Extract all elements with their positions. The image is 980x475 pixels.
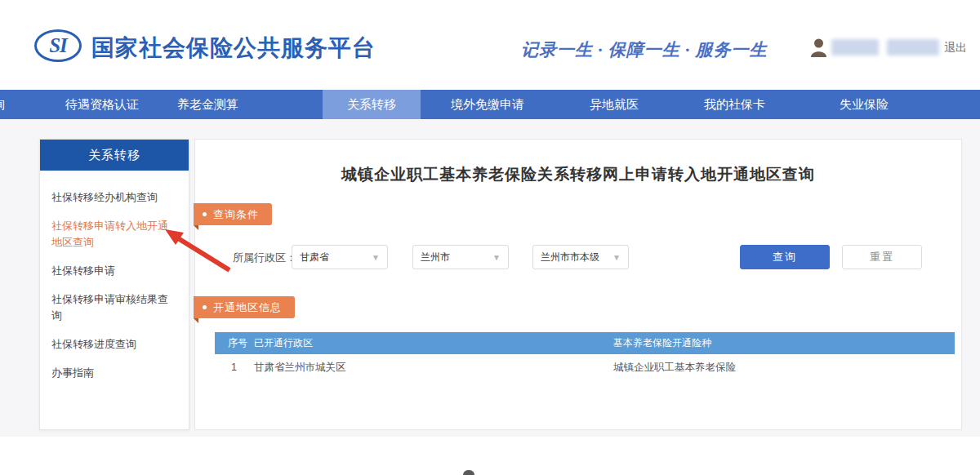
nav-item-pension-calc[interactable]: 养老金测算 (177, 90, 238, 119)
chevron-down-icon: ▼ (492, 253, 501, 262)
bottom-partial-logo (463, 470, 474, 475)
region-label: 所属行政区： (233, 251, 296, 265)
open-region-info-label: 开通地区信息 (213, 300, 282, 315)
si-logo-icon: SI (34, 29, 82, 62)
city-value: 兰州市 (421, 251, 450, 264)
open-region-table: 序号 已开通行政区 基本养老保险开通险种 1 甘肃省兰州市城关区 城镇企业职工基… (215, 332, 955, 380)
logo-text: SI (49, 34, 67, 57)
sidebar-item-guide[interactable]: 办事指南 (51, 365, 177, 381)
main-nav: 询 待遇资格认证 养老金测算 关系转移 境外免缴申请 异地就医 我的社保卡 失业… (0, 90, 980, 119)
nav-item-benefit-certification[interactable]: 待遇资格认证 (65, 90, 139, 119)
nav-item-remote-medical[interactable]: 异地就医 (590, 90, 639, 119)
page: SI 国家社会保险公共服务平台 记录一生 · 保障一生 · 服务一生 退出 询 … (0, 0, 980, 475)
table-header-row: 序号 已开通行政区 基本养老保险开通险种 (215, 332, 955, 354)
chevron-down-icon: ▼ (612, 253, 621, 262)
logout-link[interactable]: 退出 (944, 41, 967, 55)
main-panel: 城镇企业职工基本养老保险关系转移网上申请转入地开通地区查询 查询条件 所属行政区… (194, 139, 962, 430)
chevron-down-icon: ▼ (372, 253, 380, 262)
query-form: 所属行政区： 甘肃省 ▼ 兰州市 ▼ 兰州市市本级 ▼ 查询 重置 (195, 244, 963, 270)
sidebar-menu: 社保转移经办机构查询 社保转移申请转入地开通地区查询 社保转移申请 社保转移申请… (40, 171, 189, 400)
cell-insurance: 城镇企业职工基本养老保险 (613, 361, 955, 375)
sidebar-item-open-region-query[interactable]: 社保转移申请转入地开通地区查询 (51, 218, 177, 251)
query-button[interactable]: 查询 (740, 245, 830, 269)
district-value: 兰州市市本级 (541, 251, 599, 264)
col-header-region: 已开通行政区 (254, 336, 613, 350)
nav-item-partial[interactable]: 询 (0, 90, 5, 119)
cell-region: 甘肃省兰州市城关区 (254, 361, 613, 375)
province-value: 甘肃省 (300, 251, 329, 264)
query-condition-label: 查询条件 (213, 207, 259, 222)
badge-bullet-icon (203, 212, 207, 216)
user-avatar-icon (811, 38, 826, 57)
username-redacted-2 (887, 39, 939, 55)
sidebar-item-progress-query[interactable]: 社保转移进度查询 (51, 336, 177, 353)
col-header-no: 序号 (215, 336, 254, 350)
sidebar-item-transfer-apply[interactable]: 社保转移申请 (51, 263, 177, 279)
username-redacted (831, 39, 879, 55)
city-select[interactable]: 兰州市 ▼ (412, 245, 509, 269)
sidebar-item-audit-result-query[interactable]: 社保转移申请审核结果查询 (51, 291, 177, 324)
page-title: 城镇企业职工基本养老保险关系转移网上申请转入地开通地区查询 (195, 164, 961, 185)
reset-button[interactable]: 重置 (842, 245, 922, 269)
table-row: 1 甘肃省兰州市城关区 城镇企业职工基本养老保险 (215, 354, 955, 380)
province-select[interactable]: 甘肃省 ▼ (292, 245, 388, 269)
sidebar-item-agency-query[interactable]: 社保转移经办机构查询 (51, 189, 177, 206)
district-select[interactable]: 兰州市市本级 ▼ (532, 245, 629, 269)
nav-item-unemployment[interactable]: 失业保险 (840, 90, 889, 119)
nav-item-overseas-exemption[interactable]: 境外免缴申请 (451, 90, 524, 119)
badge-tail (194, 318, 198, 323)
sidebar-title: 关系转移 (40, 140, 189, 171)
user-info (811, 36, 939, 59)
badge-bullet-icon (203, 305, 207, 309)
header: SI 国家社会保险公共服务平台 记录一生 · 保障一生 · 服务一生 退出 (0, 0, 980, 85)
cell-no: 1 (215, 362, 254, 373)
open-region-info-badge: 开通地区信息 (194, 296, 295, 318)
col-header-insurance: 基本养老保险开通险种 (613, 336, 955, 350)
nav-item-my-social-card[interactable]: 我的社保卡 (704, 90, 765, 119)
slogan: 记录一生 · 保障一生 · 服务一生 (521, 38, 768, 61)
annotation-arrow-icon (159, 222, 241, 279)
sidebar: 关系转移 社保转移经办机构查询 社保转移申请转入地开通地区查询 社保转移申请 社… (39, 139, 189, 430)
site-title: 国家社会保险公共服务平台 (91, 33, 376, 64)
nav-item-relation-transfer[interactable]: 关系转移 (323, 90, 421, 119)
